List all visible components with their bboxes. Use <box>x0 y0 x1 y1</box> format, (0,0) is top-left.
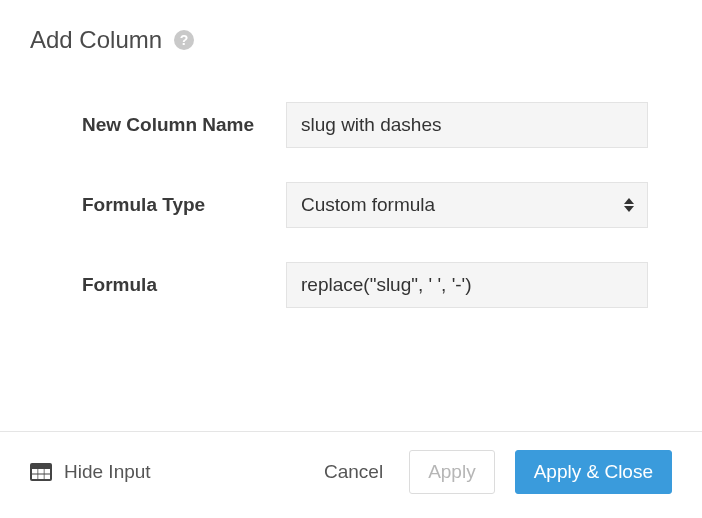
hide-input-toggle[interactable]: Hide Input <box>30 461 151 483</box>
cancel-button[interactable]: Cancel <box>318 453 389 491</box>
apply-close-button[interactable]: Apply & Close <box>515 450 672 494</box>
svg-rect-6 <box>45 475 51 480</box>
help-icon[interactable]: ? <box>174 30 194 50</box>
svg-rect-1 <box>32 469 38 474</box>
formula-type-select[interactable] <box>286 182 648 228</box>
dialog-header: Add Column ? <box>30 26 672 54</box>
svg-rect-2 <box>38 469 44 474</box>
dialog-footer: Hide Input Cancel Apply Apply & Close <box>0 431 702 494</box>
table-icon <box>30 463 52 481</box>
label-formula: Formula <box>82 262 286 298</box>
row-formula: Formula <box>82 262 662 308</box>
form-body: New Column Name Formula Type Formula <box>30 102 672 308</box>
new-column-name-input[interactable] <box>286 102 648 148</box>
dialog-title: Add Column <box>30 26 162 54</box>
svg-rect-3 <box>45 469 51 474</box>
footer-actions: Cancel Apply Apply & Close <box>318 450 672 494</box>
row-column-name: New Column Name <box>82 102 662 148</box>
formula-input[interactable] <box>286 262 648 308</box>
formula-type-select-wrap <box>286 182 648 228</box>
hide-input-label: Hide Input <box>64 461 151 483</box>
row-formula-type: Formula Type <box>82 182 662 228</box>
svg-rect-4 <box>32 475 38 480</box>
label-column-name: New Column Name <box>82 102 286 138</box>
label-formula-type: Formula Type <box>82 182 286 218</box>
svg-rect-5 <box>38 475 44 480</box>
apply-button[interactable]: Apply <box>409 450 495 494</box>
